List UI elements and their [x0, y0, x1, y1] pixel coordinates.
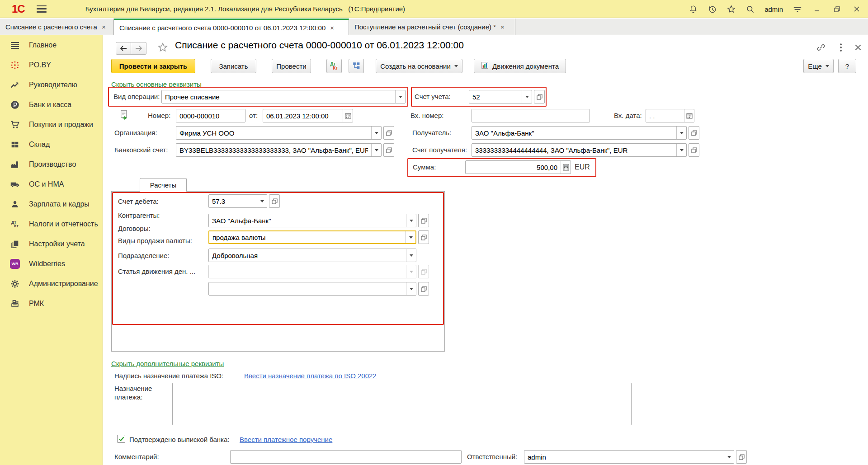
search-icon[interactable] [745, 5, 755, 14]
chevron-down-icon[interactable] [406, 282, 416, 295]
tab-close-icon[interactable]: × [330, 24, 334, 32]
cashflow-item-input[interactable] [209, 265, 406, 278]
comment-field[interactable] [230, 450, 462, 464]
calculator-icon[interactable] [561, 161, 571, 174]
department-field[interactable] [208, 249, 416, 262]
tab-debit-list[interactable]: Списание с расчетного счета × [0, 19, 114, 35]
dt-kt-button[interactable]: Дт Кт [326, 59, 342, 73]
counterparty-field[interactable] [208, 214, 416, 227]
calendar-icon[interactable] [343, 109, 353, 122]
incoming-number-field[interactable] [472, 109, 590, 122]
sidebar-item-main[interactable]: Главное [0, 35, 103, 55]
post-and-close-button[interactable]: Провести и закрыть [111, 59, 195, 73]
incoming-date-input[interactable] [646, 109, 684, 122]
notifications-bell-icon[interactable] [689, 5, 698, 14]
hide-main-requisites-link[interactable]: Скрыть основные реквизиты [111, 80, 202, 88]
more-button[interactable]: Еще [803, 59, 834, 73]
chevron-down-icon[interactable] [724, 451, 734, 463]
sidebar-item-production[interactable]: Производство [0, 155, 103, 174]
confirmed-checkbox[interactable] [117, 435, 125, 443]
debit-account-field[interactable] [208, 194, 267, 208]
bank-account-input[interactable] [176, 144, 371, 156]
date-input[interactable] [263, 109, 343, 122]
sidebar-item-wildberries[interactable]: WB Wildberries [0, 254, 103, 274]
comment-input[interactable] [231, 451, 461, 463]
sidebar-item-fixed-assets[interactable]: ОС и НМА [0, 174, 103, 194]
account-open-button[interactable] [534, 90, 545, 103]
write-button[interactable]: Записать [211, 59, 256, 73]
account-input[interactable] [469, 90, 522, 103]
department-input[interactable] [209, 249, 406, 262]
operation-field[interactable] [161, 90, 406, 103]
date-field[interactable] [263, 109, 353, 122]
favorite-star-icon[interactable] [158, 42, 168, 52]
debit-account-open-button[interactable] [269, 194, 280, 208]
chevron-down-icon[interactable] [522, 90, 532, 103]
account-field[interactable] [469, 90, 532, 103]
forward-button[interactable] [131, 42, 146, 55]
recipient-account-field[interactable] [472, 143, 687, 157]
operation-input[interactable] [162, 90, 395, 103]
tab-close-icon[interactable]: × [500, 23, 505, 31]
structure-button[interactable] [349, 59, 364, 73]
post-button[interactable]: Провести [272, 59, 311, 73]
number-field[interactable] [176, 109, 245, 122]
tab-debit-document[interactable]: Списание с расчетного счета 0000-000010 … [114, 19, 349, 36]
chevron-down-icon[interactable] [406, 214, 416, 227]
responsible-input[interactable] [524, 451, 724, 463]
close-form-icon[interactable] [853, 42, 863, 52]
get-link-icon[interactable] [816, 42, 826, 52]
recipient-account-input[interactable] [472, 144, 676, 156]
chevron-down-icon[interactable] [406, 231, 415, 243]
debit-account-input[interactable] [209, 195, 257, 207]
sidebar-item-taxes[interactable]: ДтКт Налоги и отчетность [0, 214, 103, 234]
chevron-down-icon[interactable] [406, 249, 416, 262]
payment-purpose-textarea[interactable] [172, 383, 632, 425]
calendar-icon[interactable] [684, 109, 694, 122]
sidebar-item-warehouse[interactable]: Склад [0, 135, 103, 155]
back-button[interactable] [116, 42, 131, 55]
incoming-number-input[interactable] [472, 109, 590, 122]
number-input[interactable] [176, 109, 245, 122]
bank-account-open-button[interactable] [383, 143, 394, 157]
chevron-down-icon[interactable] [395, 90, 405, 103]
hide-additional-requisites-link[interactable]: Скрыть дополнительные реквизиты [111, 360, 224, 367]
extra-open-button[interactable] [418, 282, 429, 296]
counterparty-open-button[interactable] [418, 214, 429, 227]
currency-sale-kind-open-button[interactable] [418, 230, 429, 244]
chevron-down-icon[interactable] [676, 127, 686, 139]
organization-field[interactable] [176, 126, 382, 140]
close-window-icon[interactable] [852, 5, 862, 14]
current-user-label[interactable]: admin [764, 5, 783, 13]
amount-field[interactable] [465, 160, 571, 174]
organization-input[interactable] [176, 127, 371, 139]
sidebar-item-manager[interactable]: Руководителю [0, 75, 103, 95]
organization-open-button[interactable] [383, 126, 394, 140]
currency-sale-kind-field[interactable] [208, 230, 416, 244]
chevron-down-icon[interactable] [257, 195, 267, 207]
tab-close-icon[interactable]: × [102, 23, 106, 31]
restore-icon[interactable] [832, 5, 842, 14]
chevron-down-icon[interactable] [676, 144, 686, 156]
amount-input[interactable] [466, 161, 561, 174]
recipient-account-open-button[interactable] [689, 143, 699, 157]
main-menu-icon[interactable] [37, 5, 47, 13]
create-based-on-button[interactable]: Создать на основании [376, 59, 462, 73]
enter-payment-order-link[interactable]: Ввести платежное поручение [240, 436, 332, 443]
minimize-icon[interactable] [812, 5, 822, 14]
chevron-down-icon[interactable] [371, 144, 381, 156]
currency-sale-kind-input[interactable] [209, 231, 406, 243]
sidebar-item-bank-cash[interactable]: Банк и касса [0, 95, 103, 115]
responsible-field[interactable] [524, 450, 734, 464]
recipient-field[interactable] [472, 126, 687, 140]
help-button[interactable]: ? [838, 59, 856, 73]
document-movements-button[interactable]: Движения документа [474, 59, 566, 73]
history-icon[interactable] [708, 5, 717, 14]
chevron-down-icon[interactable] [371, 127, 381, 139]
user-menu-icon[interactable] [793, 5, 802, 14]
cashflow-item-field[interactable] [208, 265, 416, 278]
sidebar-item-rmk[interactable]: РМК [0, 294, 103, 314]
enter-iso-purpose-link[interactable]: Ввести назначение платежа по ISO 20022 [244, 372, 377, 380]
extra-field[interactable] [208, 282, 416, 296]
more-menu-dots-icon[interactable] [836, 42, 846, 52]
